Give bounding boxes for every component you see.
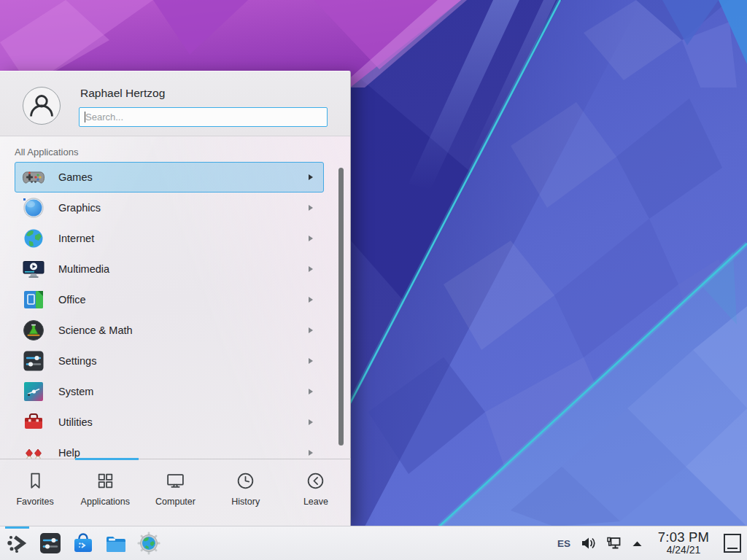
search-field-wrap (79, 107, 328, 127)
category-list: Games Graphics (0, 162, 333, 459)
category-multimedia[interactable]: Multimedia (15, 254, 324, 284)
settings-sliders-icon (38, 531, 63, 556)
category-utilities[interactable]: Utilities (15, 407, 324, 438)
digital-clock[interactable]: 7:03 PM 4/24/21 (653, 530, 714, 556)
chevron-right-icon (309, 327, 313, 333)
web-browser-button[interactable] (136, 531, 161, 556)
search-input[interactable] (79, 107, 328, 127)
bookmark-icon (26, 471, 45, 491)
desktop: Raphael Hertzog All Applications Games (0, 0, 747, 560)
category-label: Office (58, 294, 309, 306)
menu-header: Raphael Hertzog (0, 71, 350, 136)
chevron-right-icon (309, 419, 313, 425)
lifebuoy-icon (22, 441, 45, 459)
tab-favorites[interactable]: Favorites (0, 459, 70, 526)
tab-computer[interactable]: Computer (140, 459, 210, 526)
application-launcher-button[interactable] (5, 531, 30, 556)
tab-leave[interactable]: Leave (281, 459, 351, 526)
blue-sphere-icon (22, 196, 45, 219)
category-label: System (58, 386, 309, 397)
chevron-right-icon (309, 236, 313, 241)
documents-icon (22, 288, 45, 311)
category-label: Graphics (58, 202, 309, 214)
clock-time: 7:03 PM (653, 530, 714, 545)
category-graphics[interactable]: Graphics (15, 192, 324, 223)
text-cursor (85, 112, 85, 122)
user-avatar-icon[interactable] (23, 87, 61, 125)
category-help[interactable]: Help (15, 438, 324, 459)
app-grid-icon (96, 471, 115, 491)
category-office[interactable]: Office (15, 284, 324, 315)
category-settings[interactable]: Settings (15, 346, 324, 376)
clock-date: 4/24/21 (653, 545, 714, 556)
category-games[interactable]: Games (15, 162, 324, 192)
expand-tray-icon[interactable] (631, 537, 643, 550)
globe-icon (22, 227, 45, 250)
tab-history[interactable]: History (211, 459, 281, 526)
category-label: Games (58, 171, 309, 183)
application-launcher-menu: Raphael Hertzog All Applications Games (0, 71, 351, 526)
chevron-right-icon (309, 358, 313, 364)
chevron-right-icon (309, 389, 313, 394)
flask-icon (22, 319, 45, 342)
taskbar-panel: ES 7:03 PM 4/24/21 (0, 526, 747, 560)
computer-icon (166, 471, 185, 491)
keyboard-layout-indicator[interactable]: ES (557, 538, 570, 549)
category-internet[interactable]: Internet (15, 223, 324, 254)
clock-icon (236, 471, 255, 491)
kde-launcher-icon (5, 531, 30, 556)
chevron-right-icon (309, 450, 313, 456)
gear-globe-icon (136, 531, 161, 556)
category-label: Internet (58, 233, 309, 244)
monitor-play-icon (22, 257, 45, 281)
leave-icon (306, 471, 325, 491)
taskbar-launchers (5, 531, 161, 556)
volume-icon[interactable] (580, 535, 596, 551)
gamepad-icon (22, 166, 45, 189)
wired-network-icon[interactable] (605, 535, 622, 551)
chevron-right-icon (309, 266, 313, 272)
category-science-math[interactable]: Science & Math (15, 315, 324, 346)
tab-applications[interactable]: Applications (70, 459, 140, 526)
sliders-icon (22, 349, 45, 373)
user-name: Raphael Hertzog (80, 87, 165, 100)
toolbox-icon (22, 411, 45, 434)
file-manager-button[interactable] (104, 531, 128, 556)
list-scrollbar[interactable] (338, 168, 344, 446)
shopping-bag-icon (71, 531, 96, 556)
category-label: Utilities (58, 416, 309, 428)
system-tray: ES 7:03 PM 4/24/21 (557, 526, 741, 560)
active-launcher-indicator (5, 526, 29, 529)
menu-tab-bar: Favorites Applications Computer History … (0, 459, 351, 526)
folder-icon (104, 531, 128, 556)
category-label: Help (58, 447, 309, 459)
chevron-right-icon (309, 174, 313, 180)
category-label: Settings (58, 355, 309, 367)
category-system[interactable]: System (15, 376, 324, 407)
discover-button[interactable] (71, 531, 96, 556)
section-label: All Applications (15, 147, 78, 158)
category-label: Multimedia (58, 263, 309, 275)
show-desktop-button[interactable] (724, 534, 741, 553)
system-slider-icon (22, 380, 45, 403)
chevron-right-icon (309, 297, 313, 303)
chevron-right-icon (309, 205, 313, 211)
category-label: Science & Math (58, 324, 309, 336)
system-settings-button[interactable] (38, 531, 63, 556)
active-tab-indicator (75, 458, 139, 460)
